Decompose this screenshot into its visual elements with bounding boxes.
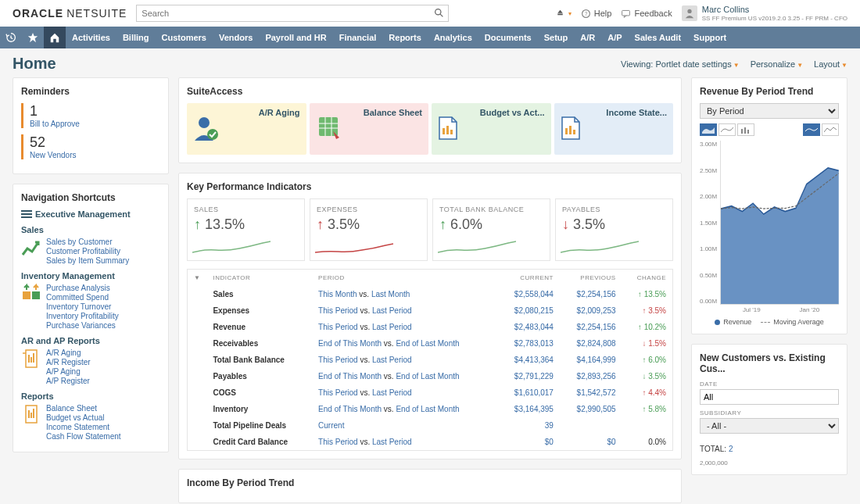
reminder-link[interactable]: New Vendors bbox=[30, 151, 160, 159]
nav-home-icon[interactable] bbox=[44, 27, 66, 48]
kpi-row[interactable]: Total Bank BalanceThis Period vs. Last P… bbox=[188, 352, 673, 368]
nav-tab-customers[interactable]: Customers bbox=[156, 27, 213, 48]
viewing-dropdown[interactable]: Viewing: Portlet date settings▼ bbox=[621, 59, 740, 69]
global-search[interactable] bbox=[136, 5, 449, 22]
feedback-link[interactable]: Feedback bbox=[621, 9, 672, 19]
svg-rect-9 bbox=[23, 291, 30, 299]
notifications-icon[interactable]: ▾ bbox=[555, 9, 572, 19]
chart-view-icon[interactable] bbox=[803, 123, 820, 136]
svg-point-0 bbox=[435, 9, 441, 15]
total-value-link[interactable]: 2 bbox=[729, 445, 733, 453]
kpi-row[interactable]: COGSThis Period vs. Last Period$1,610,01… bbox=[188, 384, 673, 401]
kpi-card[interactable]: EXPENSES ↑ 3.5% bbox=[310, 198, 428, 261]
shortcut-link[interactable]: Sales by Item Summary bbox=[46, 256, 129, 265]
kpi-card[interactable]: TOTAL BANK BALANCE ↑ 6.0% bbox=[432, 198, 550, 261]
kpi-card[interactable]: PAYABLES ↓ 3.5% bbox=[555, 198, 673, 261]
shortcut-link[interactable]: Sales by Customer bbox=[46, 238, 129, 246]
svg-point-18 bbox=[207, 129, 218, 140]
layout-dropdown[interactable]: Layout▼ bbox=[814, 59, 847, 69]
revenue-area-chart: 3.00M2.50M2.00M1.50M1.00M0.50M0.00M bbox=[700, 141, 839, 305]
shortcut-link[interactable]: Inventory Turnover bbox=[46, 302, 119, 311]
shortcut-group-icon bbox=[21, 404, 41, 426]
shortcut-group-icon bbox=[21, 284, 41, 306]
search-icon bbox=[434, 8, 444, 18]
income-trend-title: Income By Period Trend bbox=[187, 477, 673, 488]
svg-point-17 bbox=[199, 117, 210, 128]
personalize-dropdown[interactable]: Personalize▼ bbox=[751, 59, 803, 69]
shortcut-link[interactable]: A/R Aging bbox=[46, 349, 91, 357]
nav-history-icon[interactable] bbox=[0, 27, 22, 48]
chart-detail-icon[interactable] bbox=[822, 123, 839, 136]
kpi-row[interactable]: SalesThis Month vs. Last Month$2,558,044… bbox=[188, 286, 673, 302]
nav-tab-activities[interactable]: Activities bbox=[66, 27, 116, 48]
subsidiary-select[interactable]: - All - bbox=[700, 418, 839, 434]
suiteaccess-portlet: SuiteAccess A/R AgingBalance SheetBudget… bbox=[178, 77, 682, 163]
nav-tab-a-p[interactable]: A/P bbox=[601, 27, 628, 48]
kpi-row[interactable]: InventoryEnd of This Month vs. End of La… bbox=[188, 401, 673, 417]
shortcut-link[interactable]: Income Statement bbox=[46, 423, 121, 431]
shortcut-link[interactable]: Cash Flow Statement bbox=[46, 432, 121, 441]
search-input[interactable] bbox=[136, 5, 449, 22]
svg-rect-27 bbox=[565, 128, 568, 134]
nav-tab-billing[interactable]: Billing bbox=[116, 27, 156, 48]
revenue-period-select[interactable]: By Period bbox=[700, 103, 839, 119]
svg-rect-4 bbox=[622, 10, 630, 16]
reminders-portlet: Reminders 1Bill to Approve52New Vendors bbox=[13, 77, 169, 174]
suiteaccess-tile[interactable]: Income State... bbox=[554, 103, 674, 155]
kpi-row[interactable]: PayablesEnd of This Month vs. End of Las… bbox=[188, 368, 673, 384]
shortcut-link[interactable]: Committed Spend bbox=[46, 293, 119, 302]
shortcut-link[interactable]: A/P Register bbox=[46, 377, 91, 385]
suiteaccess-tile[interactable]: Balance Sheet bbox=[310, 103, 429, 155]
brand-logo: ORACLENETSUITE bbox=[13, 7, 127, 20]
chart-type-area-icon[interactable] bbox=[700, 123, 717, 136]
shortcut-group-title: AR and AP Reports bbox=[21, 336, 160, 345]
shortcut-link[interactable]: Balance Sheet bbox=[46, 404, 121, 413]
shortcut-link[interactable]: Purchase Variances bbox=[46, 321, 119, 330]
svg-point-5 bbox=[687, 9, 691, 13]
kpi-row[interactable]: ExpensesThis Period vs. Last Period$2,08… bbox=[188, 302, 673, 319]
nav-tab-setup[interactable]: Setup bbox=[538, 27, 575, 48]
chart-type-line-icon[interactable] bbox=[718, 123, 736, 136]
new-customers-title: New Customers vs. Existing Cus... bbox=[700, 352, 839, 374]
nav-tab-documents[interactable]: Documents bbox=[478, 27, 538, 48]
nav-tab-sales-audit[interactable]: Sales Audit bbox=[629, 27, 688, 48]
exec-mgmt-link[interactable]: Executive Management bbox=[21, 209, 160, 219]
kpi-row[interactable]: Total Pipeline DealsCurrent39 bbox=[188, 417, 673, 434]
nav-tab-reports[interactable]: Reports bbox=[382, 27, 428, 48]
page-title: Home bbox=[13, 55, 621, 73]
shortcut-link[interactable]: A/R Register bbox=[46, 358, 91, 366]
shortcut-group-icon bbox=[21, 238, 41, 259]
nav-tab-payroll-and-hr[interactable]: Payroll and HR bbox=[259, 27, 332, 48]
user-name: Marc Collins bbox=[702, 5, 847, 15]
reminder-link[interactable]: Bill to Approve bbox=[30, 120, 160, 128]
svg-rect-12 bbox=[30, 357, 32, 363]
suiteaccess-tile[interactable]: Budget vs Act... bbox=[432, 103, 551, 155]
nav-tab-a-r[interactable]: A/R bbox=[574, 27, 601, 48]
shortcut-group-title: Reports bbox=[21, 391, 160, 401]
subsidiary-filter-label: SUBSIDIARY bbox=[700, 409, 839, 416]
nav-tab-vendors[interactable]: Vendors bbox=[213, 27, 259, 48]
new-customers-portlet: New Customers vs. Existing Cus... DATE S… bbox=[691, 344, 847, 475]
user-menu[interactable]: Marc Collins SS FF Premium US v2019.2.0 … bbox=[682, 5, 847, 23]
revenue-trend-title: Revenue By Period Trend bbox=[700, 86, 839, 97]
nav-tab-support[interactable]: Support bbox=[687, 27, 733, 48]
shortcut-link[interactable]: Budget vs Actual bbox=[46, 413, 121, 422]
nav-tab-analytics[interactable]: Analytics bbox=[428, 27, 478, 48]
date-filter-input[interactable] bbox=[700, 389, 839, 405]
svg-rect-25 bbox=[446, 126, 449, 134]
suiteaccess-tile[interactable]: A/R Aging bbox=[187, 103, 306, 155]
shortcut-link[interactable]: Inventory Profitability bbox=[46, 312, 119, 320]
kpi-row[interactable]: Credit Card BalanceThis Period vs. Last … bbox=[188, 434, 673, 451]
tile-icon bbox=[561, 116, 581, 142]
chart-type-bar-icon[interactable] bbox=[737, 123, 754, 136]
suiteaccess-title: SuiteAccess bbox=[187, 86, 673, 97]
shortcut-link[interactable]: Purchase Analysis bbox=[46, 284, 119, 292]
nav-star-icon[interactable] bbox=[22, 27, 44, 48]
kpi-card[interactable]: SALES ↑ 13.5% bbox=[187, 198, 305, 261]
shortcut-link[interactable]: Customer Profitability bbox=[46, 247, 129, 256]
kpi-row[interactable]: ReceivablesEnd of This Month vs. End of … bbox=[188, 335, 673, 352]
shortcut-link[interactable]: A/P Aging bbox=[46, 367, 91, 376]
kpi-row[interactable]: RevenueThis Period vs. Last Period$2,483… bbox=[188, 319, 673, 335]
help-link[interactable]: ? Help bbox=[581, 9, 612, 19]
nav-tab-financial[interactable]: Financial bbox=[333, 27, 383, 48]
